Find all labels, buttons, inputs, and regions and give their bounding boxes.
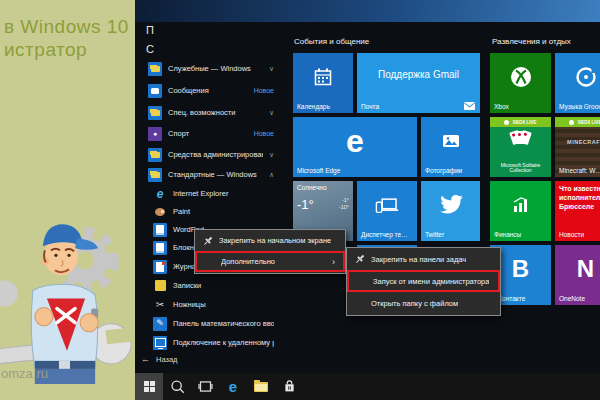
xbox-ball-icon bbox=[569, 120, 574, 125]
chat-bubble-icon bbox=[148, 84, 162, 98]
chevron-down-icon[interactable]: ∨ bbox=[269, 109, 274, 117]
twitter-bird-icon bbox=[438, 194, 464, 216]
tile-minecraft[interactable]: XBOX LIVE MINECRAFT Minecraft: W… bbox=[555, 117, 600, 177]
app-section-letter-s[interactable]: С bbox=[146, 43, 154, 55]
start-button[interactable] bbox=[135, 373, 163, 400]
edge-logo-icon: e bbox=[346, 123, 364, 160]
taskbar-edge-button[interactable]: e bbox=[219, 373, 247, 400]
xbox-live-banner: XBOX LIVE bbox=[555, 117, 600, 127]
envelope-icon bbox=[464, 102, 475, 110]
tile-solitaire[interactable]: XBOX LIVE Microsoft Solitaire Collection bbox=[490, 117, 551, 177]
groove-music-icon bbox=[574, 65, 598, 89]
internet-explorer-icon: e bbox=[153, 187, 167, 201]
back-label: Назад bbox=[156, 355, 178, 364]
app-item-remote-desktop[interactable]: Подключение к удаленному р… bbox=[153, 333, 274, 352]
app-item-sport[interactable]: ● Спорт Новое bbox=[148, 124, 274, 143]
weather-temperature: -1° bbox=[297, 197, 314, 212]
pin-icon bbox=[355, 254, 365, 264]
tile-edge[interactable]: e Microsoft Edge bbox=[293, 117, 417, 177]
devices-icon bbox=[375, 197, 399, 214]
xbox-icon bbox=[509, 65, 533, 89]
tile-group-header-1: События и общение bbox=[294, 37, 369, 46]
app-section-letter-p[interactable]: П bbox=[146, 24, 154, 36]
taskbar-store-button[interactable] bbox=[275, 373, 303, 400]
taskbar-search-button[interactable] bbox=[163, 373, 191, 400]
app-item-accessories[interactable]: Стандартные — Windows ∧ bbox=[148, 165, 274, 184]
tile-groove-music[interactable]: Музыка Groove bbox=[555, 53, 600, 113]
notepad-icon bbox=[153, 241, 167, 255]
folder-icon bbox=[148, 106, 162, 120]
chevron-right-icon: › bbox=[332, 257, 335, 267]
pin-icon bbox=[203, 236, 213, 246]
chevron-down-icon[interactable]: ∨ bbox=[269, 65, 274, 73]
app-item-paint[interactable]: Paint bbox=[153, 202, 274, 221]
tile-calendar[interactable]: Календарь bbox=[293, 53, 353, 113]
app-item-admin-tools[interactable]: Средства администрирован… ∨ bbox=[148, 145, 274, 164]
tile-group-header-2: Развлечения и отдых bbox=[492, 37, 571, 46]
tile-photos[interactable]: Фотографии bbox=[421, 117, 480, 177]
tile-onenote[interactable]: N OneNote bbox=[555, 245, 600, 305]
screenshot-root: П С Служебные — Windows ∨ Сообщения Ново… bbox=[0, 0, 600, 400]
site-watermark: omza.ru bbox=[1, 366, 48, 381]
menu-item-more[interactable]: Дополнительно › bbox=[195, 251, 345, 272]
taskbar-file-explorer-button[interactable] bbox=[247, 373, 275, 400]
submenu-item-run-as-administrator[interactable]: Запуск от имени администратора bbox=[347, 270, 500, 292]
scissors-icon: ✂ bbox=[153, 298, 167, 312]
journal-icon bbox=[153, 260, 167, 274]
onenote-logo-icon: N bbox=[577, 255, 594, 283]
chevron-down-icon[interactable]: ∨ bbox=[269, 151, 274, 159]
paint-palette-icon bbox=[153, 205, 167, 219]
task-view-button[interactable] bbox=[191, 373, 219, 400]
minecraft-logo: MINECRAFT bbox=[555, 139, 600, 145]
xbox-live-banner: XBOX LIVE bbox=[490, 117, 551, 127]
tile-news[interactable]: Что известно исполнителе Брюсселе Новост… bbox=[555, 181, 600, 241]
tile-twitter[interactable]: Twitter bbox=[421, 181, 480, 241]
vk-logo-icon: B bbox=[512, 255, 529, 283]
sticky-note-icon bbox=[153, 279, 167, 293]
app-item-ease-of-access[interactable]: Спец. возможности ∨ bbox=[148, 103, 274, 122]
promo-panel: в Windows 10 · истратор bbox=[0, 0, 135, 400]
context-submenu: Закрепить на панели задач Запуск от имен… bbox=[346, 247, 501, 316]
menu-item-pin-to-start[interactable]: Закрепить на начальном экране bbox=[195, 230, 345, 251]
playing-cards-icon bbox=[490, 131, 551, 144]
news-headline: Что известно исполнителе Брюсселе bbox=[559, 185, 600, 211]
start-menu: П С Служебные — Windows ∨ Сообщения Ново… bbox=[135, 22, 600, 373]
desktop-wallpaper bbox=[135, 0, 600, 23]
submenu-item-open-file-location[interactable]: Открыть папку с файлом bbox=[347, 292, 500, 314]
folder-icon bbox=[148, 148, 162, 162]
app-item-windows-system[interactable]: Служебные — Windows ∨ bbox=[148, 59, 274, 78]
xbox-ball-icon bbox=[504, 120, 509, 125]
app-item-snipping-tool[interactable]: ✂ Ножницы bbox=[153, 295, 274, 314]
app-item-math-input[interactable]: ✎ Панель математического ввода bbox=[153, 314, 274, 333]
tile-xbox[interactable]: Xbox bbox=[490, 53, 551, 113]
tile-mail[interactable]: Поддержка Gmail Почта bbox=[357, 53, 480, 113]
new-badge: Новое bbox=[254, 130, 274, 137]
windows-logo-icon bbox=[144, 381, 155, 392]
promo-title-line2: истратор bbox=[4, 39, 87, 61]
document-icon bbox=[153, 223, 167, 237]
app-item-sticky-notes[interactable]: Записки bbox=[153, 276, 274, 295]
weather-condition: Солнечно bbox=[297, 184, 327, 191]
monitor-icon bbox=[153, 336, 167, 350]
pencil-icon: ✎ bbox=[153, 317, 167, 331]
tile-phone-companion[interactable]: Диспетчер те… bbox=[357, 181, 417, 241]
weather-hi-lo: -1° -10° bbox=[339, 197, 349, 211]
folder-icon bbox=[148, 62, 162, 76]
edge-icon: e bbox=[229, 378, 237, 395]
tile-finance[interactable]: Финансы bbox=[490, 181, 551, 241]
app-item-internet-explorer[interactable]: e Internet Explorer bbox=[153, 184, 274, 203]
context-menu: Закрепить на начальном экране Дополнител… bbox=[194, 229, 346, 274]
app-item-messaging[interactable]: Сообщения Новое bbox=[148, 81, 274, 100]
folder-icon bbox=[148, 168, 162, 182]
calendar-icon bbox=[313, 67, 333, 87]
back-arrow-icon: ← bbox=[141, 354, 150, 364]
chevron-up-icon[interactable]: ∧ bbox=[269, 171, 274, 179]
new-badge: Новое bbox=[254, 87, 274, 94]
back-button[interactable]: ← Назад bbox=[141, 352, 261, 366]
sport-icon: ● bbox=[148, 127, 162, 141]
mascot-illustration bbox=[0, 198, 135, 384]
search-icon bbox=[170, 379, 185, 394]
mail-live-headline: Поддержка Gmail bbox=[357, 69, 480, 80]
task-view-icon bbox=[198, 380, 213, 393]
submenu-item-pin-to-taskbar[interactable]: Закрепить на панели задач bbox=[347, 248, 500, 270]
